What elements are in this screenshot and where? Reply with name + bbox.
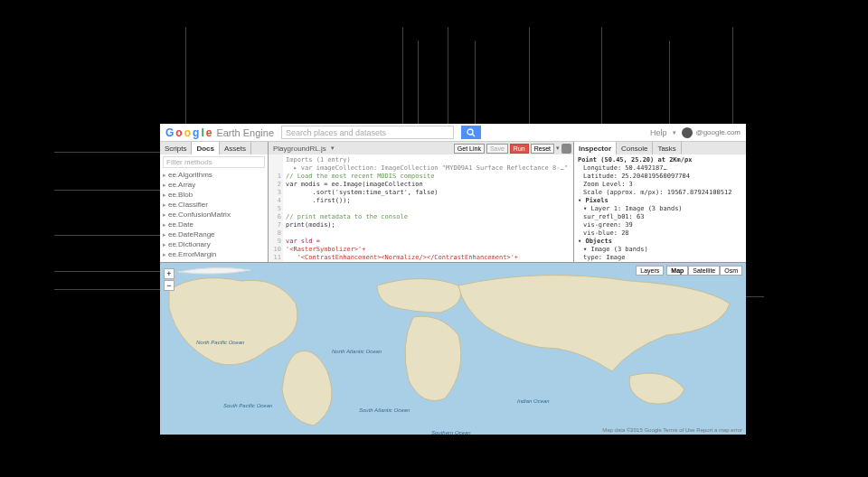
doc-item[interactable]: ee.Blob [163,190,265,200]
search-placeholder: Search places and datasets [286,128,386,137]
inspector-body: Point (50.45, 25.20) at 2Km/px Longitude… [574,154,746,262]
help-link[interactable]: Help [650,128,667,137]
left-panel: Scripts Docs Assets Filter methods ee.Al… [160,142,269,262]
layers-button[interactable]: Layers [636,266,664,276]
search-button[interactable] [461,126,481,139]
tab-scripts[interactable]: Scripts [160,142,192,154]
map[interactable]: North Pacific OceanNorth Atlantic OceanS… [160,263,746,435]
code-line[interactable]: .sort('system:time_start', false) [286,189,571,197]
inspector-pixels[interactable]: ▾ Pixels [578,197,742,205]
right-panel: Inspector Console Tasks Point (50.45, 25… [574,142,746,262]
code-line[interactable]: print(modis); [286,221,571,229]
logo-letter: g [193,126,199,139]
code-line[interactable]: var modis = ee.Image(imageCollection [286,181,571,189]
callout-line [54,289,160,290]
inspector-row: type: Image [583,254,742,262]
code-line[interactable]: '<RasterSymbolizer>'+ [286,246,571,254]
help-dropdown-icon[interactable]: ▾ [673,129,676,136]
code-line[interactable]: '<ContrastEnhancement><Normalize/></Cont… [286,254,571,262]
maptype-osm[interactable]: Osm [720,266,742,276]
logo-letter: G [165,126,174,139]
product-name: Earth Engine [216,127,274,138]
chevron-down-icon[interactable]: ▾ [331,142,335,154]
code-editor[interactable]: 1234567891011121314151617181920 Imports … [269,154,573,262]
logo: G o o g l e Earth Engine [165,126,274,139]
code-tabs: PlaygroundRL.js ▾ Get Link Save Run Rese… [269,142,573,154]
tab-inspector[interactable]: Inspector [574,142,617,154]
callout-line [54,152,160,153]
callout-line [601,27,602,124]
svg-line-1 [472,134,475,136]
callout-line [669,41,670,124]
search-input[interactable]: Search places and datasets [281,126,454,139]
inspector-row: vis-green: 39 [583,221,742,229]
callout-line [529,27,530,124]
doc-item[interactable]: ee.ErrorMargin [163,249,265,259]
topbar: G o o g l e Earth Engine Search places a… [160,124,746,142]
callout-line [475,41,476,124]
doc-item[interactable]: ee.Classifier [163,200,265,210]
zoom-controls: + − [164,268,175,291]
zoom-out-button[interactable]: − [164,280,175,291]
tab-tasks[interactable]: Tasks [653,142,681,154]
callout-line [448,27,448,124]
gear-icon[interactable] [561,144,571,154]
ocean-label: Indian Ocean [517,398,550,404]
inspector-row: Scale (approx. m/px): 19567.87924100512 [583,189,742,197]
inspector-row: sur_refl_b01: 63 [583,213,742,221]
inspector-row: Latitude: 25.204019560097704 [583,173,742,181]
getlink-button[interactable]: Get Link [454,144,485,154]
tab-docs[interactable]: Docs [192,142,220,154]
zoom-in-button[interactable]: + [164,268,175,279]
map-tiles [160,263,746,435]
code-line[interactable]: Imports (1 entry) [286,156,571,164]
code-panel: PlaygroundRL.js ▾ Get Link Save Run Rese… [269,142,574,262]
left-tabs: Scripts Docs Assets [160,142,268,154]
code-line[interactable]: ▸ var imageCollection: ImageCollection "… [286,164,571,173]
inspector-row: ▾ Layer 1: Image (3 bands) [583,205,742,213]
code-line[interactable] [286,229,571,238]
filter-input[interactable]: Filter methods [163,156,265,168]
inspector-row: Longitude: 50.4492187… [583,164,742,173]
doc-item[interactable]: ee.Array [163,180,265,190]
maptype-map[interactable]: Map [666,266,688,276]
callout-line [185,27,186,124]
doc-item[interactable]: ee.Algorithms [163,170,265,180]
inspector-row: vis-blue: 28 [583,229,742,238]
ocean-label: South Pacific Ocean [223,403,272,408]
callout-line [54,271,160,272]
inspector-point: Point (50.45, 25.20) at 2Km/px [578,156,742,164]
tab-assets[interactable]: Assets [220,142,251,154]
code-line[interactable] [286,205,571,213]
logo-letter: o [175,126,182,139]
user-email: @google.com [696,128,741,136]
callout-line [402,27,403,124]
code-line[interactable]: // Load the most recent MODIS composite [286,173,571,181]
doc-item[interactable]: ee.DateRange [163,229,265,239]
callout-line [54,190,160,191]
code-line[interactable]: var sld = [286,238,571,246]
doc-item[interactable]: ee.Date [163,220,265,229]
code-line[interactable]: // print metadata to the console [286,213,571,221]
panels: Scripts Docs Assets Filter methods ee.Al… [160,142,746,263]
doc-item[interactable]: ee.Feature [163,259,265,262]
tab-console[interactable]: Console [617,142,653,154]
logo-letter: e [206,126,212,139]
inspector-row: ▾ Image (3 bands) [583,246,742,254]
run-button[interactable]: Run [510,144,529,154]
map-type-switch: Map Satellite Osm [666,266,742,276]
reset-button[interactable]: Reset [531,144,554,154]
doc-item[interactable]: ee.ConfusionMatrix [163,210,265,220]
docs-list: Filter methods ee.Algorithmsee.Arrayee.B… [160,154,268,262]
avatar[interactable] [682,127,693,138]
script-name[interactable]: PlaygroundRL.js [269,142,331,154]
callout-line [54,235,160,236]
inspector-row: Zoom Level: 3 [583,181,742,189]
logo-letter: o [184,126,191,139]
save-button[interactable]: Save [486,144,508,154]
code-line[interactable]: .first()); [286,197,571,205]
chevron-down-icon[interactable]: ▾ [556,145,560,152]
inspector-objects[interactable]: ▾ Objects [578,238,742,246]
doc-item[interactable]: ee.Dictionary [163,239,265,249]
maptype-satellite[interactable]: Satellite [688,266,720,276]
